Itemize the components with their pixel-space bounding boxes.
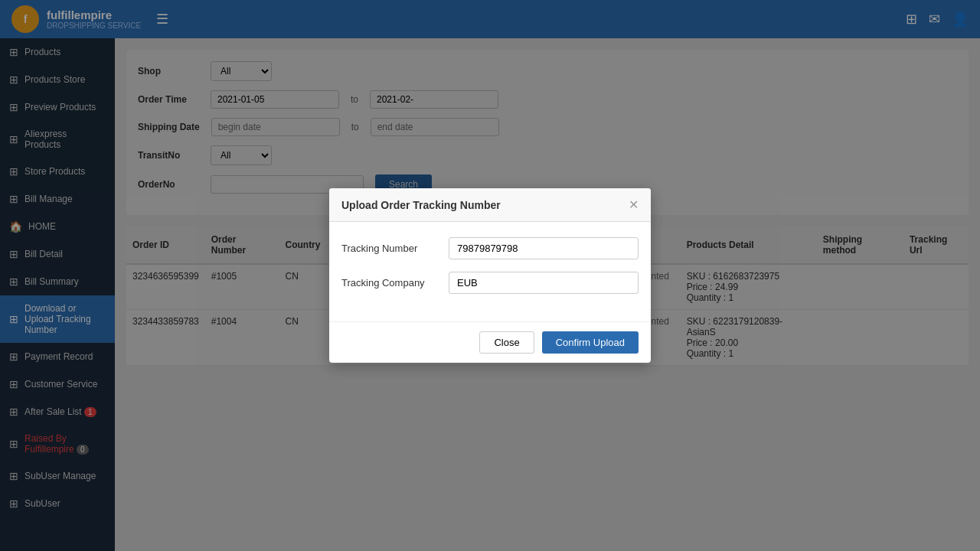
tracking-company-field: Tracking Company xyxy=(341,272,639,294)
modal-close-icon[interactable]: ✕ xyxy=(629,197,639,212)
modal-header: Upload Order Tracking Number ✕ xyxy=(329,188,651,222)
modal-overlay: Upload Order Tracking Number ✕ Tracking … xyxy=(0,0,980,551)
tracking-number-label: Tracking Number xyxy=(341,243,441,254)
tracking-company-input[interactable] xyxy=(449,272,639,294)
tracking-number-field: Tracking Number xyxy=(341,237,639,259)
close-button[interactable]: Close xyxy=(479,331,534,354)
confirm-upload-button[interactable]: Confirm Upload xyxy=(542,331,639,354)
upload-tracking-modal: Upload Order Tracking Number ✕ Tracking … xyxy=(329,188,651,363)
modal-title: Upload Order Tracking Number xyxy=(341,199,501,211)
modal-footer: Close Confirm Upload xyxy=(329,321,651,363)
tracking-number-input[interactable] xyxy=(449,237,639,259)
modal-body: Tracking Number Tracking Company xyxy=(329,222,651,321)
tracking-company-label: Tracking Company xyxy=(341,277,441,289)
